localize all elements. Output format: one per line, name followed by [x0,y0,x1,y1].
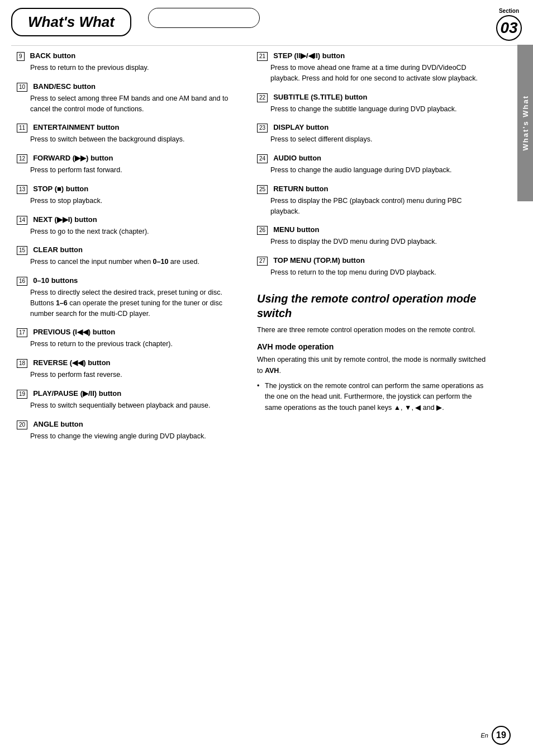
item-22-title: SUBTITLE (S.TITLE) button [273,93,367,101]
item-10-title-row: 10 BAND/ESC button [17,82,240,92]
item-13: 13 STOP (■) button Press to stop playbac… [17,185,240,206]
item-26-title: MENU button [273,225,319,234]
item-10: 10 BAND/ESC button Press to select among… [17,82,240,115]
item-26-desc: Press to display the DVD menu during DVD… [257,237,491,247]
item-10-title: BAND/ESC button [33,82,96,91]
item-15: 15 CLEAR button Press to cancel the inpu… [17,245,240,267]
avh-bullet: The joystick on the remote control can p… [257,381,491,413]
item-11: 11 ENTERTAINMENT button Press to switch … [17,123,240,145]
item-11-title-row: 11 ENTERTAINMENT button [17,123,240,133]
item-25-title: RETURN button [273,185,328,193]
item-24-desc: Press to change the audio language durin… [257,165,491,176]
item-12-desc: Press to perform fast forward. [17,165,240,176]
main-content: 9 BACK button Press to return to the pre… [0,46,533,461]
item-14: 14 NEXT (▶▶I) button Press to go to the … [17,215,240,237]
item-13-title: STOP (■) button [33,185,88,193]
page-footer: En 19 [481,726,511,745]
item-18: 18 REVERSE (◀◀) button Press to perform … [17,358,240,380]
item-14-title: NEXT (▶▶I) button [33,215,97,224]
page-container: What's What Section 03 What's What 9 BAC… [0,0,533,756]
item-18-title: REVERSE (◀◀) button [33,358,110,367]
section-number: 03 [496,15,522,41]
item-18-desc: Press to perform fast reverse. [17,370,240,380]
item-10-number: 10 [17,83,27,92]
item-16-title: 0–10 buttons [33,276,78,285]
item-23-title-row: 23 DISPLAY button [257,123,491,133]
item-21-title: STEP (II▶/◀II) button [273,51,345,60]
item-24-title: AUDIO button [273,154,321,162]
item-11-desc: Press to switch between the background d… [17,134,240,145]
item-20: 20 ANGLE button Press to change the view… [17,420,240,442]
item-11-title: ENTERTAINMENT button [33,123,119,131]
item-23-title: DISPLAY button [273,123,329,131]
item-15-title: CLEAR button [33,245,83,254]
item-23-desc: Press to select different displays. [257,134,491,145]
item-10-desc: Press to select among three FM bands and… [17,93,240,115]
item-12-title: FORWARD (▶▶) button [33,154,113,162]
section-label: Section [499,8,519,14]
item-17: 17 PREVIOUS (I◀◀) button Press to return… [17,328,240,349]
item-22-title-row: 22 SUBTITLE (S.TITLE) button [257,93,491,102]
item-20-number: 20 [17,420,27,429]
side-label: What's What [517,45,533,201]
item-19: 19 PLAY/PAUSE (▶/II) button Press to swi… [17,389,240,411]
item-19-desc: Press to switch sequentially between pla… [17,400,240,411]
item-14-title-row: 14 NEXT (▶▶I) button [17,215,240,225]
header-right: Section 03 [131,8,522,41]
item-26: 26 MENU button Press to display the DVD … [257,225,491,247]
item-27: 27 TOP MENU (TOP.M) button Press to retu… [257,256,491,278]
item-14-number: 14 [17,216,27,225]
item-16-number: 16 [17,277,27,286]
item-26-number: 26 [257,226,268,235]
avh-subheading: AVH mode operation [257,342,491,351]
item-13-title-row: 13 STOP (■) button [17,185,240,194]
item-21-title-row: 21 STEP (II▶/◀II) button [257,51,491,61]
item-23-number: 23 [257,124,268,133]
item-20-title: ANGLE button [33,420,83,428]
item-25-desc: Press to display the PBC (playback contr… [257,196,491,217]
item-21-number: 21 [257,52,268,61]
item-27-title-row: 27 TOP MENU (TOP.M) button [257,256,491,266]
item-13-desc: Press to stop playback. [17,196,240,206]
item-9: 9 BACK button Press to return to the pre… [17,51,240,73]
item-19-title: PLAY/PAUSE (▶/II) button [33,389,121,398]
item-17-desc: Press to return to the previous track (c… [17,339,240,349]
item-17-title-row: 17 PREVIOUS (I◀◀) button [17,328,240,337]
left-column: 9 BACK button Press to return to the pre… [17,51,257,450]
item-26-title-row: 26 MENU button [257,225,491,235]
section-box: Section 03 [496,8,522,41]
item-25-number: 25 [257,185,268,194]
item-27-title: TOP MENU (TOP.M) button [273,256,365,264]
item-23: 23 DISPLAY button Press to select differ… [257,123,491,145]
item-25: 25 RETURN button Press to display the PB… [257,185,491,217]
item-25-title-row: 25 RETURN button [257,185,491,194]
item-24: 24 AUDIO button Press to change the audi… [257,154,491,176]
item-17-number: 17 [17,328,27,337]
item-16-desc: Press to directly select the desired tra… [17,287,240,319]
item-13-number: 13 [17,185,27,194]
item-21-desc: Press to move ahead one frame at a time … [257,63,491,84]
header-oval [148,8,260,28]
item-19-number: 19 [17,390,27,399]
page-title: What's What [28,13,115,30]
item-12: 12 FORWARD (▶▶) button Press to perform … [17,154,240,176]
remote-section-heading: Using the remote control operation mode … [257,291,491,320]
item-16-title-row: 16 0–10 buttons [17,276,240,286]
item-15-number: 15 [17,246,27,255]
item-18-title-row: 18 REVERSE (◀◀) button [17,358,240,368]
item-21: 21 STEP (II▶/◀II) button Press to move a… [257,51,491,84]
item-22: 22 SUBTITLE (S.TITLE) button Press to ch… [257,93,491,115]
side-label-text: What's What [521,95,530,150]
title-box: What's What [11,8,131,36]
item-18-number: 18 [17,359,27,368]
item-9-number: 9 [17,52,25,61]
item-20-desc: Press to change the viewing angle during… [17,431,240,442]
item-12-title-row: 12 FORWARD (▶▶) button [17,154,240,163]
item-15-desc: Press to cancel the input number when 0–… [17,257,240,267]
top-header: What's What Section 03 [0,0,533,41]
avh-body: When operating this unit by remote contr… [257,355,491,376]
item-9-title: BACK button [30,51,76,60]
item-11-number: 11 [17,124,27,133]
item-19-title-row: 19 PLAY/PAUSE (▶/II) button [17,389,240,399]
footer-page: 19 [492,726,511,745]
